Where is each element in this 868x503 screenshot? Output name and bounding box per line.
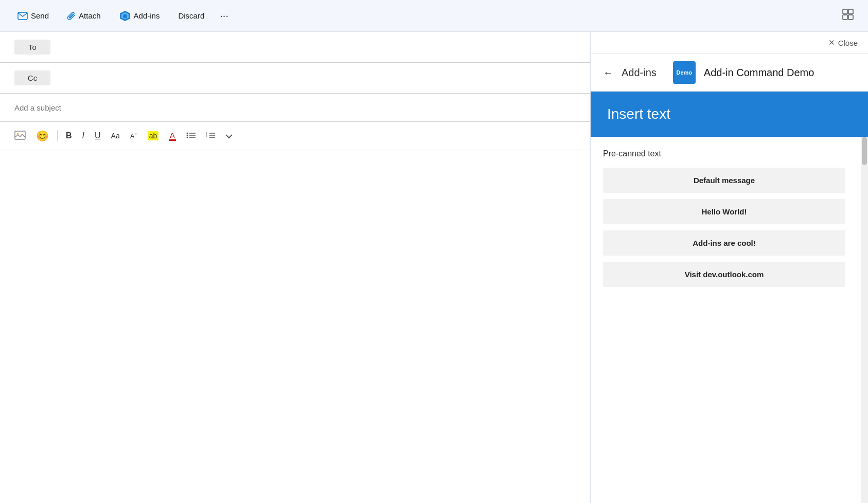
close-panel-button[interactable]: ✕ Close [828, 38, 858, 47]
grow-font-icon: A+ [130, 132, 137, 140]
attach-button[interactable]: Attach [60, 7, 108, 25]
precanned-label: Pre-canned text [603, 149, 845, 158]
bullets-icon [186, 131, 196, 141]
addins-label: Add-ins [134, 11, 160, 20]
cc-input[interactable] [57, 74, 575, 82]
attach-label: Attach [79, 11, 101, 20]
expand-button[interactable] [838, 5, 858, 27]
more-format-icon [225, 132, 233, 140]
svg-point-11 [186, 134, 188, 136]
bold-icon: B [66, 131, 72, 140]
more-format-button[interactable] [221, 129, 237, 143]
precanned-btn-2[interactable]: Add-ins are cool! [603, 230, 845, 256]
close-label: Close [838, 39, 858, 47]
precanned-btn-3[interactable]: Visit dev.outlook.com [603, 262, 845, 287]
insert-image-button[interactable] [10, 128, 30, 144]
highlight-button[interactable]: ab [144, 129, 163, 143]
format-divider-1 [57, 130, 58, 141]
underline-icon: U [95, 131, 101, 140]
panel-content: Pre-canned text Default message Hello Wo… [591, 137, 861, 503]
highlight-icon: ab [148, 131, 159, 140]
addins-heading: Add-ins [622, 67, 657, 79]
scrollbar-track [861, 137, 868, 503]
svg-point-12 [186, 136, 188, 138]
to-row: To [0, 32, 590, 63]
addin-name-label: Add-in Command Demo [704, 67, 814, 79]
bold-button[interactable]: B [62, 129, 76, 143]
svg-text:3.: 3. [206, 135, 208, 138]
send-label: Send [31, 11, 49, 20]
attach-icon [67, 11, 76, 21]
numbering-icon: 1. 2. 3. [206, 131, 215, 141]
font-size-icon: Aa [111, 132, 120, 140]
close-x-icon: ✕ [828, 38, 835, 47]
italic-icon: I [82, 131, 84, 140]
send-icon [17, 12, 28, 20]
addins-button[interactable]: Add-ins [112, 6, 167, 26]
format-toolbar: 😊 B I U Aa A+ [0, 122, 590, 150]
svg-rect-7 [848, 15, 853, 20]
addin-demo-icon: Demo [673, 61, 696, 84]
font-color-button[interactable]: A [165, 129, 180, 143]
toolbar: Send Attach Add-ins Discard ··· [0, 0, 868, 32]
more-icon: ··· [220, 10, 228, 21]
underline-button[interactable]: U [91, 129, 105, 143]
subject-input[interactable] [14, 103, 575, 112]
svg-rect-5 [848, 9, 853, 14]
addins-icon [119, 10, 131, 22]
more-options-button[interactable]: ··· [216, 6, 233, 26]
cc-button[interactable]: Cc [14, 70, 50, 85]
svg-rect-6 [843, 15, 847, 20]
back-button[interactable]: ← [603, 67, 613, 79]
scrollbar-thumb[interactable] [862, 137, 867, 165]
send-button[interactable]: Send [10, 7, 56, 24]
to-button[interactable]: To [14, 40, 50, 55]
emoji-button[interactable]: 😊 [32, 127, 53, 145]
panel-header: ✕ Close [591, 32, 868, 54]
discard-button[interactable]: Discard [171, 7, 211, 24]
precanned-btn-1[interactable]: Hello World! [603, 199, 845, 224]
svg-point-10 [186, 132, 188, 134]
addin-title-row: ← Add-ins Demo Add-in Command Demo [591, 54, 868, 92]
grow-font-button[interactable]: A+ [126, 129, 141, 142]
font-size-button[interactable]: Aa [107, 129, 124, 142]
bullets-button[interactable] [182, 129, 200, 143]
svg-point-9 [17, 133, 19, 135]
precanned-btn-0[interactable]: Default message [603, 168, 845, 193]
numbering-button[interactable]: 1. 2. 3. [202, 129, 219, 143]
emoji-icon: 😊 [36, 130, 49, 142]
to-input[interactable] [57, 43, 575, 51]
svg-rect-4 [843, 9, 847, 14]
back-arrow-icon: ← [603, 67, 613, 78]
insert-image-icon [14, 131, 26, 141]
compose-body[interactable] [0, 150, 590, 503]
main-content: To Cc [0, 32, 868, 503]
expand-icon [842, 11, 854, 22]
cc-row: Cc [0, 63, 590, 94]
italic-button[interactable]: I [78, 129, 88, 143]
discard-label: Discard [178, 11, 204, 20]
svg-rect-0 [18, 12, 27, 20]
compose-area: To Cc [0, 32, 590, 503]
addins-panel: ✕ Close ← Add-ins Demo Add-in Command De… [590, 32, 868, 503]
subject-row [0, 94, 590, 122]
insert-text-header: Insert text [591, 92, 868, 137]
font-color-icon: A [169, 131, 175, 141]
